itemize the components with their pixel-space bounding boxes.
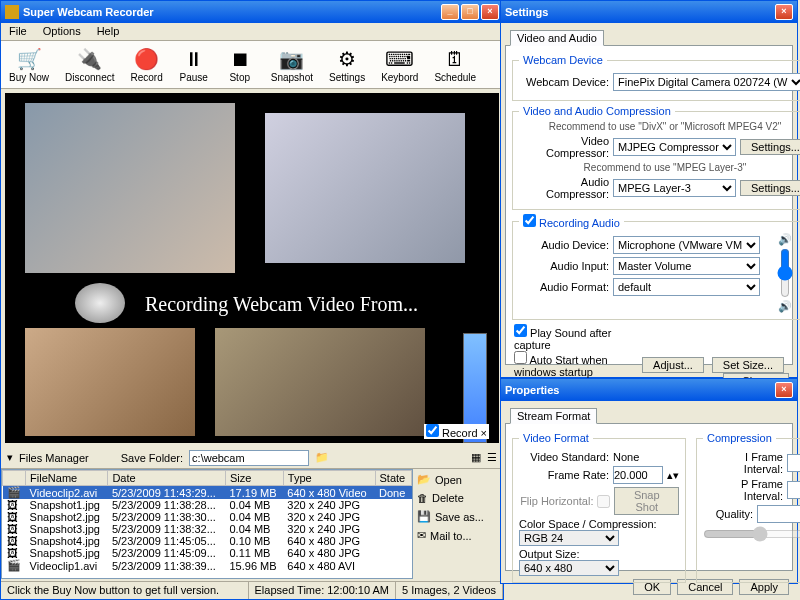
settings-window: Settings × Video and Audio Webcam Device…: [500, 0, 798, 378]
toolbar-icon: 🔴: [134, 46, 159, 72]
file-icon: 🖼: [3, 547, 26, 559]
maximize-button[interactable]: □: [461, 4, 479, 20]
quality-slider: [703, 526, 800, 542]
settings-tab-panel: Video and Audio Webcam Device Webcam Dev…: [505, 45, 793, 365]
menu-file[interactable]: File: [1, 23, 35, 40]
action-icon: 💾: [417, 510, 431, 523]
view-icon[interactable]: ▦: [471, 451, 481, 464]
speaker-icon: 🔊: [778, 233, 792, 246]
tab-video-audio[interactable]: Video and Audio: [510, 30, 604, 46]
table-row[interactable]: 🖼Snapshot2.jpg5/23/2009 11:38:30...0.04 …: [3, 511, 412, 523]
audio-format-select[interactable]: default: [613, 278, 760, 296]
group-recording-audio: Recording Audio Audio Device:Microphone …: [512, 214, 800, 320]
delete-button[interactable]: 🗑Delete: [417, 492, 499, 504]
menu-help[interactable]: Help: [89, 23, 128, 40]
thumbnail: [215, 328, 425, 436]
close-button[interactable]: ×: [481, 4, 499, 20]
group-compression: Video and Audio Compression Recommend to…: [512, 105, 800, 210]
toolbar-icon: ⚙: [338, 46, 356, 72]
thumbnail: [25, 103, 235, 273]
webcam-icon: [75, 283, 125, 323]
toolbar-icon: 🛒: [17, 46, 42, 72]
toolbar-icon: ⏹: [230, 46, 250, 72]
frame-rate-input[interactable]: [613, 466, 663, 484]
webcam-device-select[interactable]: FinePix Digital Camera 020724 (W: [613, 73, 800, 91]
table-row[interactable]: 🎬Videoclip2.avi5/23/2009 11:43:29...17.1…: [3, 486, 412, 500]
save-folder-input[interactable]: [189, 450, 309, 466]
pause-button[interactable]: ⏸Pause: [171, 41, 217, 88]
column-header[interactable]: FileName: [26, 471, 108, 486]
output-size-select[interactable]: 640 x 480: [519, 560, 619, 576]
video-compressor-select[interactable]: MJPEG Compressor: [613, 138, 736, 156]
file-grid: FileNameDateSizeTypeState🎬Videoclip2.avi…: [1, 469, 503, 579]
tab-stream-format[interactable]: Stream Format: [510, 408, 597, 424]
file-icon: 🖼: [3, 523, 26, 535]
adjust-button[interactable]: Adjust...: [642, 357, 704, 373]
set-size-button[interactable]: Set Size...: [712, 357, 784, 373]
stop-button[interactable]: ⏹Stop: [217, 41, 263, 88]
settings-button[interactable]: ⚙Settings: [321, 41, 373, 88]
file-icon: 🖼: [3, 535, 26, 547]
record-button[interactable]: 🔴Record: [122, 41, 170, 88]
thumbnail: [265, 113, 465, 263]
audio-compressor-select[interactable]: MPEG Layer-3: [613, 179, 736, 197]
files-label: Files Manager: [19, 452, 89, 464]
group-video-format: Video Format Video Standard:None Frame R…: [512, 432, 686, 583]
saveas-button[interactable]: 💾Save as...: [417, 510, 499, 523]
recording-audio-check[interactable]: [523, 214, 536, 227]
toolbar-icon: 🗓: [445, 46, 465, 72]
colorspace-select[interactable]: RGB 24: [519, 530, 619, 546]
preview-area: Recording Webcam Video From... Record ×: [5, 93, 499, 443]
file-actions: 📂Open🗑Delete💾Save as...✉Mail to...: [413, 469, 503, 579]
close-button[interactable]: ×: [775, 382, 793, 398]
table-row[interactable]: 🎬Videoclip1.avi5/23/2009 11:38:39...15.9…: [3, 559, 412, 572]
save-folder-label: Save Folder:: [121, 452, 183, 464]
column-header[interactable]: Type: [283, 471, 375, 486]
iframe-input: [787, 454, 800, 472]
preview-caption: Recording Webcam Video From...: [145, 293, 418, 316]
volume-slider[interactable]: [777, 248, 793, 298]
pframe-input: [787, 481, 800, 499]
column-header[interactable]: State: [375, 471, 411, 486]
table-row[interactable]: 🖼Snapshot5.jpg5/23/2009 11:45:09...0.11 …: [3, 547, 412, 559]
column-header[interactable]: Date: [108, 471, 226, 486]
status-elapsed: Elapsed Time: 12:00:10 AM: [249, 582, 397, 599]
keybord-button[interactable]: ⌨Keybord: [373, 41, 426, 88]
settings-titlebar: Settings ×: [501, 1, 797, 23]
table-row[interactable]: 🖼Snapshot1.jpg5/23/2009 11:38:28...0.04 …: [3, 499, 412, 511]
action-icon: 📂: [417, 473, 431, 486]
audio-device-select[interactable]: Microphone (VMware VM: [613, 236, 760, 254]
settings-title: Settings: [505, 6, 548, 18]
mailto-button[interactable]: ✉Mail to...: [417, 529, 499, 542]
open-button[interactable]: 📂Open: [417, 473, 499, 486]
toolbar: 🛒Buy Now🔌Disconnect🔴Record⏸Pause⏹Stop📷Sn…: [1, 41, 503, 89]
view-icon[interactable]: ☰: [487, 451, 497, 464]
minimize-button[interactable]: _: [441, 4, 459, 20]
thumbnail: [25, 328, 195, 436]
file-table[interactable]: FileNameDateSizeTypeState🎬Videoclip2.avi…: [1, 469, 413, 579]
snapshot-button[interactable]: 📷Snapshot: [263, 41, 321, 88]
menubar: File Options Help: [1, 23, 503, 41]
menu-options[interactable]: Options: [35, 23, 89, 40]
audio-input-select[interactable]: Master Volume: [613, 257, 760, 275]
collapse-icon[interactable]: ▾: [7, 451, 13, 464]
group-compression: Compression I Frame Interval: P Frame In…: [696, 432, 800, 583]
table-row[interactable]: 🖼Snapshot4.jpg5/23/2009 11:45:05...0.10 …: [3, 535, 412, 547]
spinner-icon[interactable]: ▴▾: [667, 469, 679, 482]
buy-now-button[interactable]: 🛒Buy Now: [1, 41, 57, 88]
table-row[interactable]: 🖼Snapshot3.jpg5/23/2009 11:38:32...0.04 …: [3, 523, 412, 535]
autostart-check[interactable]: [514, 351, 527, 364]
schedule-button[interactable]: 🗓Schedule: [426, 41, 484, 88]
properties-titlebar: Properties ×: [501, 379, 797, 401]
folder-icon[interactable]: 📁: [315, 451, 329, 464]
column-header[interactable]: Size: [225, 471, 283, 486]
play-sound-check[interactable]: [514, 324, 527, 337]
acomp-settings-button[interactable]: Settings...: [740, 180, 800, 196]
close-button[interactable]: ×: [775, 4, 793, 20]
vcomp-settings-button[interactable]: Settings...: [740, 139, 800, 155]
disconnect-button[interactable]: 🔌Disconnect: [57, 41, 122, 88]
record-checkbox[interactable]: Record ×: [424, 424, 489, 439]
file-icon: 🖼: [3, 499, 26, 511]
main-title: Super Webcam Recorder: [23, 6, 154, 18]
status-hint: Click the Buy Now button to get full ver…: [1, 582, 249, 599]
